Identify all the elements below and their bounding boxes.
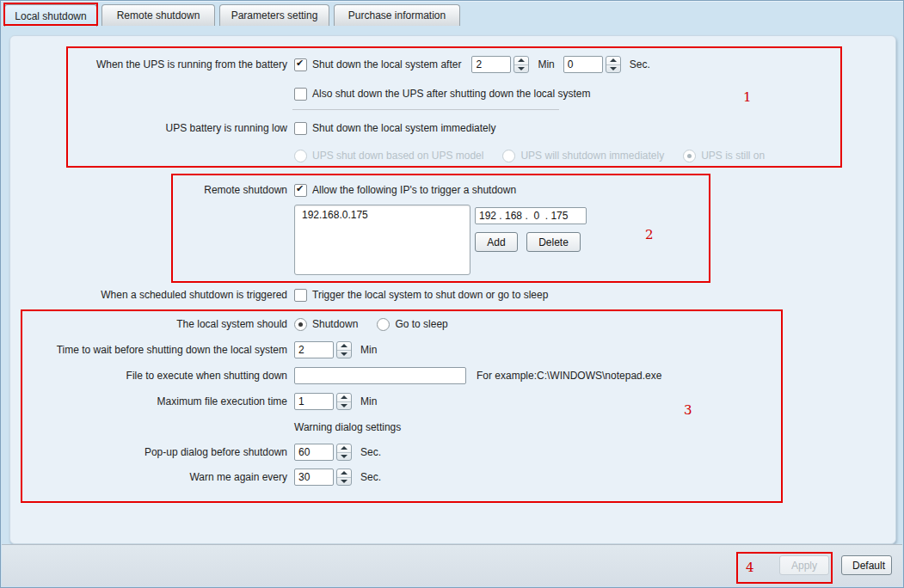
radio-ups-immediate — [502, 150, 515, 162]
scheduled-trigger-label: Trigger the local system to shut down or… — [312, 289, 548, 301]
warn-again-unit-label: Sec. — [360, 471, 381, 483]
apply-button[interactable]: Apply — [779, 555, 829, 575]
tab-purchase-information[interactable]: Purchase information — [334, 4, 460, 26]
spin-up-icon[interactable] — [514, 57, 528, 64]
max-exec-label: Maximum file execution time — [10, 395, 287, 407]
min-unit-label: Min — [538, 58, 554, 70]
spin-up-icon[interactable] — [606, 57, 620, 64]
tab-local-shutdown[interactable]: Local shutdown — [4, 4, 97, 27]
max-exec-spin-buttons[interactable] — [336, 393, 352, 410]
add-ip-button[interactable]: Add — [475, 232, 518, 252]
shutdown-after-min-spinner — [471, 56, 529, 73]
max-exec-unit-label: Min — [360, 395, 377, 407]
battery-when-label: When the UPS is running from the battery — [10, 58, 287, 70]
scheduled-trigger-checkbox[interactable] — [294, 289, 307, 302]
spin-up-icon[interactable] — [337, 342, 351, 350]
wait-time-input[interactable] — [294, 341, 334, 358]
file-example-label: For example:C:\WINDOWS\notepad.exe — [477, 370, 661, 382]
popup-dialog-row: Pop-up dialog before shutdown Sec. — [10, 443, 381, 462]
radio-shutdown-label: Shutdown — [312, 318, 358, 330]
file-execute-label: File to execute when shutting down — [10, 370, 287, 382]
tab-purchase-information-label: Purchase information — [348, 9, 446, 21]
file-execute-row: File to execute when shutting down For e… — [10, 366, 661, 385]
shutdown-after-label: Shut down the local system after — [312, 58, 461, 70]
radio-shutdown[interactable] — [294, 318, 307, 331]
default-button[interactable]: Default — [841, 555, 892, 575]
radio-go-to-sleep[interactable] — [377, 318, 390, 331]
spin-down-icon[interactable] — [606, 64, 620, 73]
battery-low-immediate-label: Shut down the local system immediately — [312, 122, 495, 134]
tab-remote-shutdown[interactable]: Remote shutdown — [101, 4, 215, 26]
spin-up-icon[interactable] — [337, 444, 351, 452]
popup-dialog-spinner — [294, 444, 352, 461]
tab-parameters-setting-label: Parameters setting — [231, 9, 318, 21]
spin-down-icon[interactable] — [514, 64, 528, 73]
allow-ip-checkbox[interactable] — [294, 184, 307, 197]
remote-shutdown-row: Remote shutdown Allow the following IP's… — [10, 181, 516, 199]
battery-low-row: UPS battery is running low Shut down the… — [10, 119, 495, 138]
spin-down-icon[interactable] — [337, 350, 351, 358]
wait-time-spin-buttons[interactable] — [336, 341, 352, 358]
radio-ups-immediate-label: UPS will shutdown immediately — [520, 150, 664, 162]
content-panel: When the UPS is running from the battery… — [9, 35, 896, 544]
system-should-label: The local system should — [10, 318, 287, 330]
warn-again-label: Warn me again every — [10, 471, 287, 483]
tab-local-shutdown-label: Local shutdown — [15, 10, 86, 22]
battery-low-checkbox[interactable] — [294, 122, 307, 135]
ups-mode-radio-row: UPS shut down based on UPS model UPS wil… — [10, 146, 765, 165]
spin-up-icon[interactable] — [337, 394, 351, 401]
delete-ip-button[interactable]: Delete — [526, 232, 581, 252]
ip-list-item[interactable]: 192.168.0.175 — [295, 205, 470, 224]
shutdown-after-min-input[interactable] — [471, 56, 511, 73]
remote-shutdown-label: Remote shutdown — [10, 184, 287, 196]
tab-bar: Local shutdown Remote shutdown Parameter… — [1, 1, 903, 27]
popup-dialog-label: Pop-up dialog before shutdown — [10, 446, 287, 458]
max-exec-row: Maximum file execution time Min — [10, 392, 377, 411]
warn-again-row: Warn me again every Sec. — [10, 468, 381, 487]
radio-ups-model — [294, 150, 307, 162]
warning-settings-header: Warning dialog settings — [294, 421, 401, 433]
wait-time-row: Time to wait before shutting down the lo… — [10, 340, 377, 359]
wait-time-unit-label: Min — [360, 344, 377, 356]
shutdown-after-sec-input[interactable] — [563, 56, 603, 73]
popup-dialog-input[interactable] — [294, 444, 334, 461]
tab-remote-shutdown-label: Remote shutdown — [117, 9, 200, 21]
ip-listbox[interactable]: 192.168.0.175 — [294, 205, 470, 275]
also-shutdown-ups-checkbox[interactable] — [294, 88, 307, 101]
spin-down-icon[interactable] — [337, 477, 351, 486]
radio-ups-still-on-label: UPS is still on — [701, 150, 765, 162]
file-execute-input[interactable] — [294, 367, 466, 384]
radio-ups-model-label: UPS shut down based on UPS model — [312, 150, 483, 162]
shutdown-after-min-spin-buttons[interactable] — [513, 56, 529, 73]
radio-go-to-sleep-label: Go to sleep — [395, 318, 447, 330]
spin-down-icon[interactable] — [337, 401, 351, 410]
ip-address-input[interactable] — [475, 207, 587, 224]
ups-config-window: { "tabs": { "local": "Local shutdown", "… — [0, 0, 904, 588]
section-separator — [292, 109, 559, 110]
shutdown-after-sec-spinner — [563, 56, 621, 73]
popup-dialog-spin-buttons[interactable] — [336, 444, 352, 461]
wait-time-label: Time to wait before shutting down the lo… — [10, 344, 287, 356]
radio-ups-still-on — [683, 150, 696, 162]
spin-down-icon[interactable] — [337, 452, 351, 461]
spin-up-icon[interactable] — [337, 469, 351, 477]
scheduled-shutdown-row: When a scheduled shutdown is triggered T… — [10, 285, 548, 304]
battery-shutdown-row: When the UPS is running from the battery… — [10, 55, 650, 74]
annotation-number-3: 3 — [684, 402, 692, 418]
popup-dialog-unit-label: Sec. — [360, 446, 381, 458]
warn-again-spin-buttons[interactable] — [336, 469, 352, 486]
warn-again-spinner — [294, 469, 352, 486]
warn-again-input[interactable] — [294, 469, 334, 486]
footer-bar: Apply Default — [2, 544, 902, 586]
shutdown-after-sec-spin-buttons[interactable] — [606, 56, 621, 73]
annotation-number-2: 2 — [645, 227, 654, 242]
sec-unit-label: Sec. — [630, 58, 650, 70]
tab-parameters-setting[interactable]: Parameters setting — [219, 4, 329, 26]
also-shutdown-ups-label: Also shut down the UPS after shutting do… — [312, 88, 591, 100]
battery-low-label: UPS battery is running low — [10, 122, 287, 134]
warning-settings-row: Warning dialog settings — [10, 418, 401, 437]
shutdown-after-checkbox[interactable] — [294, 58, 307, 71]
also-shutdown-row: Also shut down the UPS after shutting do… — [10, 84, 591, 103]
max-exec-spinner — [294, 393, 352, 410]
max-exec-input[interactable] — [294, 393, 334, 410]
